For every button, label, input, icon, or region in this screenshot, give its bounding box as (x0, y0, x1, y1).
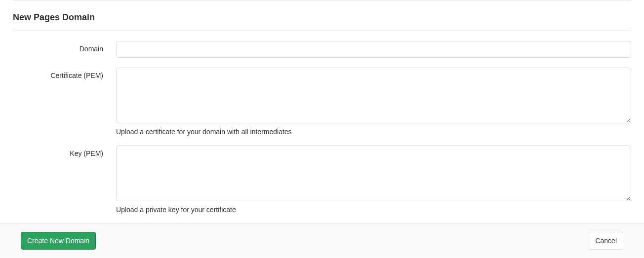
top-divider (13, 0, 631, 0)
key-help-text: Upload a private key for your certificat… (116, 206, 631, 214)
certificate-help-text: Upload a certificate for your domain wit… (116, 128, 631, 136)
domain-label: Domain (13, 41, 116, 53)
domain-input[interactable] (116, 41, 631, 58)
cancel-button[interactable]: Cancel (589, 232, 623, 250)
certificate-label: Certificate (PEM) (13, 68, 116, 79)
key-input[interactable] (116, 146, 631, 201)
page-title: New Pages Domain (13, 8, 631, 31)
create-domain-button[interactable]: Create New Domain (21, 232, 96, 250)
domain-row: Domain (13, 41, 631, 58)
key-row: Key (PEM) Upload a private key for your … (13, 146, 631, 214)
certificate-row: Certificate (PEM) Upload a certificate f… (13, 68, 631, 136)
key-label: Key (PEM) (13, 146, 116, 157)
title-divider (13, 31, 631, 31)
form-footer: Create New Domain Cancel (0, 223, 644, 258)
certificate-input[interactable] (116, 68, 631, 123)
